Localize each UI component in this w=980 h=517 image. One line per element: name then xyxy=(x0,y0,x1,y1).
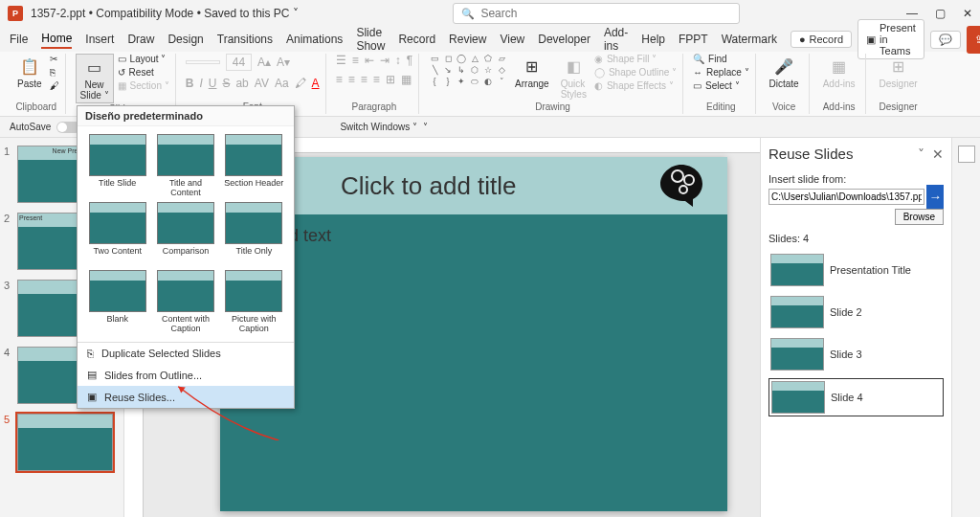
align-right-icon[interactable]: ≡ xyxy=(361,73,368,86)
bold-button[interactable]: B xyxy=(186,77,194,90)
font-color-button[interactable]: A xyxy=(312,77,320,90)
search-input[interactable] xyxy=(480,7,731,20)
highlight-button[interactable]: 🖍 xyxy=(295,77,306,90)
tab-addins[interactable]: Add-ins xyxy=(604,24,628,55)
tab-watermark[interactable]: Watermark xyxy=(722,31,777,48)
duplicate-slides[interactable]: ⎘Duplicate Selected Slides xyxy=(78,343,294,364)
tab-design[interactable]: Design xyxy=(167,31,203,48)
new-slide-dropdown: Diseño predeterminado Title Slide Title … xyxy=(77,105,295,409)
format-painter-button[interactable]: 🖌 xyxy=(50,80,59,91)
shape-fill-button[interactable]: ◉ Shape Fill ˅ xyxy=(594,54,677,64)
tab-animations[interactable]: Animations xyxy=(286,31,343,48)
tab-slideshow[interactable]: Slide Show xyxy=(356,24,385,55)
maximize-button[interactable]: ▢ xyxy=(935,7,946,20)
reuse-go-button[interactable]: → xyxy=(926,185,944,209)
addins-label: Add-ins xyxy=(823,101,856,114)
reuse-count: Slides: 4 xyxy=(768,233,944,244)
voice-label: Voice xyxy=(772,101,795,114)
switch-windows-button[interactable]: Switch Windows ˅ xyxy=(340,122,417,132)
strike-button[interactable]: S xyxy=(222,77,230,90)
increase-font-icon[interactable]: A▴ xyxy=(257,56,271,69)
tab-record[interactable]: Record xyxy=(398,31,435,48)
layout-comparison[interactable]: Comparison xyxy=(153,202,217,266)
reuse-path-input[interactable] xyxy=(768,189,924,205)
designer-button[interactable]: ⊞Designer xyxy=(876,54,922,91)
paste-button[interactable]: 📋Paste xyxy=(13,54,46,91)
replace-button[interactable]: ↔ Replace ˅ xyxy=(693,67,748,78)
browse-button[interactable]: Browse xyxy=(895,209,944,225)
font-family[interactable] xyxy=(186,60,220,64)
record-button[interactable]: ● Record xyxy=(791,31,852,48)
reuse-item-1[interactable]: Presentation Title xyxy=(768,252,944,288)
find-button[interactable]: 🔍 Find xyxy=(693,54,748,64)
app-icon: P xyxy=(8,6,23,21)
align-center-icon[interactable]: ≡ xyxy=(348,73,355,86)
shape-outline-button[interactable]: ◯ Shape Outline ˅ xyxy=(594,67,677,78)
comments-button[interactable]: 💬 xyxy=(930,31,961,49)
cut-button[interactable]: ✂ xyxy=(50,54,59,64)
tab-fppt[interactable]: FPPT xyxy=(679,31,708,48)
share-button[interactable]: ⇪ Share ˅ xyxy=(967,26,980,54)
search-box[interactable]: 🔍 xyxy=(453,3,740,24)
layout-title-only[interactable]: Title Only xyxy=(222,202,286,266)
reuse-item-4[interactable]: Slide 4 xyxy=(768,378,944,416)
reuse-item-3[interactable]: Slide 3 xyxy=(768,336,944,372)
shapes-gallery[interactable]: ▭◻◯△⬠▱ ╲↘↳⬡☆◇ {}✦⬭◐˅ xyxy=(429,54,507,86)
paragraph-label: Paragraph xyxy=(352,101,397,114)
numbering-icon[interactable]: ≡ xyxy=(352,54,359,67)
addins-button[interactable]: ▦Add-ins xyxy=(819,54,859,91)
tab-transitions[interactable]: Transitions xyxy=(217,31,273,48)
tab-help[interactable]: Help xyxy=(641,31,665,48)
dictate-button[interactable]: 🎤Dictate xyxy=(766,54,803,91)
reuse-title: Reuse Slides xyxy=(768,146,853,162)
tab-developer[interactable]: Developer xyxy=(538,31,590,48)
layout-content-caption[interactable]: Content with Caption xyxy=(153,270,217,334)
dropdown-chevron-icon[interactable]: ˅ xyxy=(423,122,428,132)
thumb-5[interactable] xyxy=(17,414,113,471)
underline-button[interactable]: U xyxy=(209,77,217,90)
tab-draw[interactable]: Draw xyxy=(127,31,154,48)
section-button[interactable]: ▦ Section ˅ xyxy=(118,80,169,91)
layout-title-slide[interactable]: Title Slide xyxy=(85,134,149,198)
layout-button[interactable]: ▭ Layout ˅ xyxy=(118,54,169,64)
close-button[interactable]: ✕ xyxy=(963,7,972,20)
arrange-button[interactable]: ⊞Arrange xyxy=(511,54,553,91)
tab-insert[interactable]: Insert xyxy=(85,31,114,48)
sidebar-tool-1[interactable] xyxy=(958,146,975,163)
tab-home[interactable]: Home xyxy=(41,30,72,49)
dropdown-title: Diseño predeterminado xyxy=(78,106,294,126)
new-slide-button[interactable]: ▭New Slide ˅ xyxy=(76,54,114,103)
layout-two-content[interactable]: Two Content xyxy=(85,202,149,266)
bullets-icon[interactable]: ☰ xyxy=(336,54,346,67)
slide-canvas[interactable]: Click to add title k to add text xyxy=(220,157,727,511)
designer-label: Designer xyxy=(880,101,918,114)
align-left-icon[interactable]: ≡ xyxy=(336,73,343,86)
shadow-button[interactable]: ab xyxy=(235,77,248,90)
content-placeholder[interactable]: k to add text xyxy=(220,214,727,258)
addins-group: ▦Add-ins Add-ins xyxy=(813,54,866,114)
copy-button[interactable]: ⎘ xyxy=(50,67,59,78)
minimize-button[interactable]: — xyxy=(906,7,918,20)
layout-section-header[interactable]: Section Header xyxy=(222,134,286,198)
char-spacing-button[interactable]: AV xyxy=(255,77,269,90)
decrease-font-icon[interactable]: A▾ xyxy=(277,56,290,69)
layout-blank[interactable]: Blank xyxy=(85,270,149,334)
layout-picture-caption[interactable]: Picture with Caption xyxy=(222,270,286,334)
layout-title-content[interactable]: Title and Content xyxy=(153,134,217,198)
reset-button[interactable]: ↺ Reset xyxy=(118,67,169,78)
reuse-slides-menuitem[interactable]: ▣Reuse Slides... xyxy=(78,386,294,408)
tab-review[interactable]: Review xyxy=(449,31,486,48)
shape-effects-button[interactable]: ◐ Shape Effects ˅ xyxy=(594,80,677,91)
change-case-button[interactable]: Aa xyxy=(275,77,289,90)
reuse-item-2[interactable]: Slide 2 xyxy=(768,294,944,330)
tab-file[interactable]: File xyxy=(10,31,28,48)
tab-view[interactable]: View xyxy=(500,31,524,48)
reuse-dropdown-icon[interactable]: ˅ xyxy=(918,146,924,162)
slides-from-outline[interactable]: ▤Slides from Outline... xyxy=(78,364,294,386)
select-button[interactable]: ▭ Select ˅ xyxy=(693,80,748,91)
quick-styles-button[interactable]: ◧Quick Styles xyxy=(557,54,590,101)
reuse-close-icon[interactable]: ✕ xyxy=(932,146,944,162)
insert-from-label: Insert slide from: xyxy=(768,173,944,185)
font-size[interactable]: 44 xyxy=(226,54,252,71)
italic-button[interactable]: I xyxy=(199,77,202,90)
